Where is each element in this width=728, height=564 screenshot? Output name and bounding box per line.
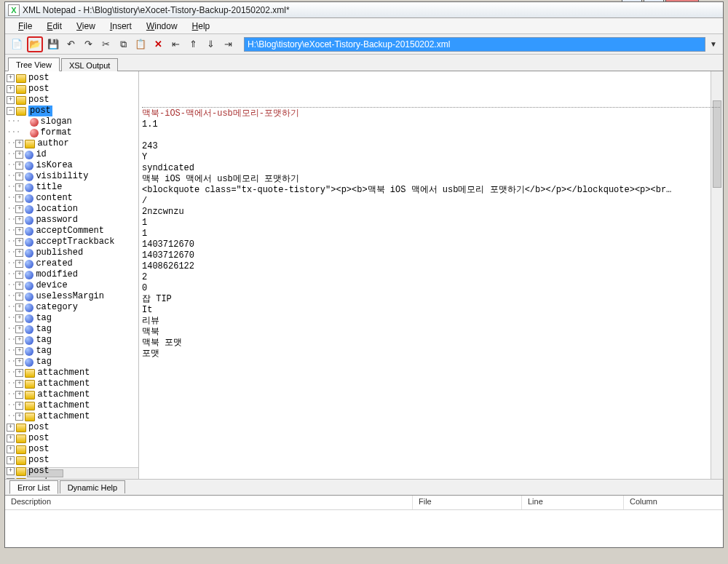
expand-icon[interactable]: +	[15, 271, 23, 279]
value-content[interactable]: <blockquote class="tx-quote-tistory"><p>…	[142, 185, 720, 196]
tree-node[interactable]: ··+acceptComment	[7, 226, 138, 237]
tree-node[interactable]: ··+tag	[7, 313, 138, 324]
expand-icon[interactable]: +	[7, 456, 15, 464]
tree-node[interactable]: ··+created	[7, 258, 138, 269]
tree-node[interactable]: +post	[7, 433, 138, 444]
expand-icon[interactable]: +	[15, 140, 23, 148]
expand-icon[interactable]: +	[7, 445, 15, 453]
expand-icon[interactable]: +	[15, 205, 23, 213]
tree-node[interactable]: ··+tag	[7, 335, 138, 346]
expand-icon[interactable]: +	[15, 172, 23, 180]
paste-icon[interactable]: 📋	[133, 37, 148, 52]
value-device[interactable]: 2	[142, 272, 720, 283]
value-password[interactable]: 2nzcwnzu	[142, 207, 720, 218]
expand-icon[interactable]: +	[7, 74, 15, 82]
expand-icon[interactable]: +	[15, 194, 23, 202]
expand-icon[interactable]: +	[15, 151, 23, 159]
tree-node[interactable]: ··+tag	[7, 346, 138, 357]
tree-node[interactable]: ··+attachment	[7, 368, 138, 378]
expand-icon[interactable]: +	[7, 467, 15, 475]
value-category[interactable]: 잡 TIP	[142, 294, 720, 305]
menu-window[interactable]: Window	[139, 20, 185, 33]
expand-icon[interactable]: +	[7, 478, 15, 479]
address-dropdown-icon[interactable]: ▼	[708, 40, 719, 48]
tree-node[interactable]: ··+uselessMargin	[7, 291, 138, 302]
expand-icon[interactable]: +	[15, 216, 23, 224]
expand-icon[interactable]: +	[15, 183, 23, 191]
errcol-file[interactable]: File	[413, 496, 522, 509]
expand-icon[interactable]: +	[15, 380, 23, 388]
nudge-right-icon[interactable]: ⇥	[221, 37, 235, 52]
expand-icon[interactable]: +	[15, 249, 23, 257]
expand-icon[interactable]: +	[15, 358, 23, 366]
cut-icon[interactable]: ✂	[98, 37, 113, 52]
tree-node[interactable]: +post	[7, 466, 138, 477]
tree-node[interactable]: ··+attachment	[7, 389, 138, 400]
value-tag1[interactable]: It	[142, 305, 720, 316]
titlebar[interactable]: X XML Notepad - H:\Blog\tistory\eXocet-T…	[5, 2, 723, 18]
tree-node[interactable]: +post	[7, 422, 138, 433]
value-modified[interactable]: 1408626122	[142, 261, 720, 272]
tab-tree-view[interactable]: Tree View	[8, 57, 60, 71]
tree-node[interactable]: ··+category	[7, 302, 138, 313]
expand-icon[interactable]: +	[7, 85, 15, 93]
expand-icon[interactable]: +	[15, 282, 23, 290]
expand-icon[interactable]: +	[7, 434, 15, 442]
value-published[interactable]: 1403712670	[142, 239, 720, 250]
expand-icon[interactable]: +	[15, 238, 23, 246]
menu-help[interactable]: Help	[185, 20, 218, 33]
nudge-up-icon[interactable]: ⇑	[186, 37, 200, 52]
value-format[interactable]: 1.1	[142, 119, 720, 130]
address-bar[interactable]: H:\Blog\tistory\eXocet-Tistory-Backup-20…	[244, 37, 705, 52]
tree-node[interactable]: ··+attachment	[7, 400, 138, 411]
tree-node[interactable]: ···slogan	[7, 116, 138, 127]
new-icon[interactable]: 📄	[9, 37, 24, 52]
expand-icon[interactable]: +	[15, 391, 23, 399]
tree-node[interactable]: ··+device	[7, 280, 138, 291]
expand-icon[interactable]: +	[15, 260, 23, 268]
tree-node[interactable]: ··+attachment	[7, 378, 138, 389]
delete-icon[interactable]: ✕	[151, 37, 165, 52]
collapse-icon[interactable]: −	[7, 107, 15, 115]
menu-view[interactable]: View	[69, 20, 103, 33]
expand-icon[interactable]: +	[15, 293, 23, 301]
errcol-line[interactable]: Line	[522, 496, 624, 509]
tree-node[interactable]: +post	[7, 455, 138, 466]
tab-xsl-output[interactable]: XSL Output	[61, 58, 118, 71]
nudge-left-icon[interactable]: ⇤	[168, 37, 183, 52]
tree-node[interactable]: ···format	[7, 127, 138, 138]
value-author[interactable]	[142, 130, 720, 141]
tree-node[interactable]: ··+isKorea	[7, 160, 138, 171]
value-uselessmargin[interactable]: 0	[142, 283, 720, 294]
value-tag3[interactable]: 맥북	[142, 327, 720, 338]
tree-node[interactable]: ··+attachment	[7, 411, 138, 422]
copy-icon[interactable]: ⧉	[116, 37, 130, 52]
tree-node[interactable]: +post	[7, 444, 138, 455]
errcol-column[interactable]: Column	[624, 496, 723, 509]
value-visibility[interactable]: syndicated	[142, 163, 720, 174]
value-created[interactable]: 1403712670	[142, 250, 720, 261]
tree-node[interactable]: +post	[7, 95, 138, 106]
expand-icon[interactable]: +	[15, 369, 23, 377]
value-tag5[interactable]: 포맷	[142, 349, 720, 360]
expand-icon[interactable]: +	[7, 424, 15, 432]
value-id[interactable]: 243	[142, 141, 720, 152]
save-icon[interactable]: 💾	[46, 37, 60, 52]
value-tag4[interactable]: 맥북 포맷	[142, 338, 720, 349]
tree-node[interactable]: ··+content	[7, 193, 138, 204]
value-pane[interactable]: 맥북-iOS-맥에서-usb메모리-포맷하기 1.1 243 Y syndica…	[139, 71, 723, 479]
value-accepttrackback[interactable]: 1	[142, 229, 720, 239]
menu-file[interactable]: FFileile	[11, 20, 39, 33]
tab-dynamic-help[interactable]: Dynamic Help	[60, 480, 125, 493]
tree-node[interactable]: +post	[7, 84, 138, 95]
tree-node[interactable]: ··+tag	[7, 324, 138, 335]
expand-icon[interactable]: +	[15, 227, 23, 235]
value-acceptcomment[interactable]: 1	[142, 218, 720, 229]
tree-node[interactable]: ··+location	[7, 204, 138, 215]
expand-icon[interactable]: +	[15, 336, 23, 344]
value-location[interactable]: /	[142, 196, 720, 207]
value-iskorea[interactable]: Y	[142, 152, 720, 163]
undo-icon[interactable]: ↶	[63, 37, 78, 52]
value-slogan[interactable]: 맥북-iOS-맥에서-usb메모리-포맷하기	[142, 108, 720, 119]
tree-node[interactable]: ··+modified	[7, 269, 138, 280]
